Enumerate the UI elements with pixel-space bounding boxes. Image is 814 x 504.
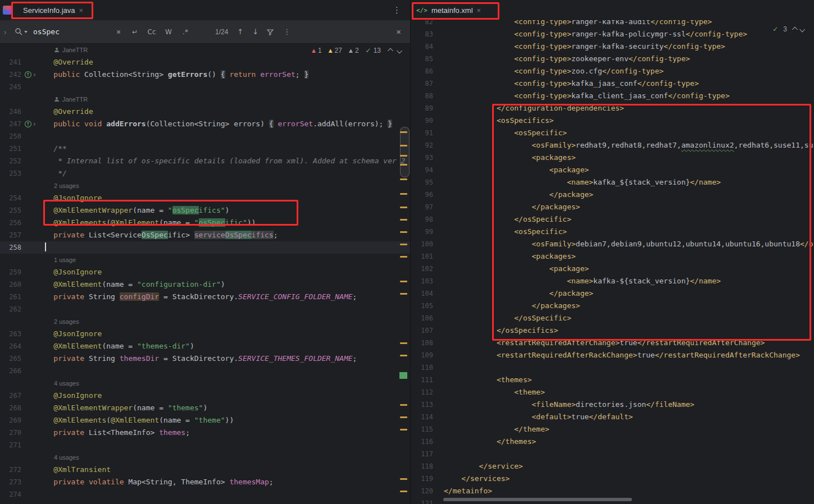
line-number[interactable] <box>0 377 22 390</box>
code-line[interactable]: 107 </osSpecifics> <box>411 324 814 337</box>
search-result-stripe-mark[interactable] <box>400 491 407 492</box>
inlay-hint-row[interactable]: 2 usages <box>0 501 410 504</box>
line-number[interactable]: 102 <box>411 263 434 275</box>
code-line[interactable]: 104 </package> <box>411 287 814 300</box>
line-number[interactable]: 112 <box>411 386 434 398</box>
gutter-icons[interactable]: ↑› <box>22 118 36 130</box>
search-result-stripe-mark[interactable] <box>400 256 407 258</box>
line-number[interactable]: 257 <box>0 229 22 241</box>
code-line[interactable]: 256 @XmlElements(@XmlElement(name = "osS… <box>0 217 410 229</box>
line-number[interactable]: 245 <box>0 81 22 93</box>
newline-toggle[interactable]: ↵ <box>129 28 141 36</box>
regex-toggle[interactable]: .* <box>179 28 192 36</box>
problems-widget-xml[interactable]: ✓ 3 <box>772 25 805 33</box>
line-number[interactable]: 263 <box>0 328 22 340</box>
line-number[interactable]: 92 <box>411 139 434 152</box>
code-line[interactable]: 83 <config-type>ranger-kafka-policymgr-s… <box>411 28 814 40</box>
next-match-button[interactable]: ↓ <box>252 28 258 36</box>
line-number[interactable] <box>0 180 22 192</box>
line-number[interactable] <box>0 93 22 106</box>
search-result-stripe-mark[interactable] <box>400 281 407 282</box>
code-line[interactable]: 102 <package> <box>411 263 814 275</box>
code-line[interactable]: 84 <config-type>ranger-kafka-security</c… <box>411 40 814 53</box>
code-line[interactable]: 100 <osFamily>debian7,debian9,ubuntu12,u… <box>411 238 814 250</box>
ide-logo-icon[interactable] <box>3 6 12 15</box>
gutter-icons[interactable]: ↑› <box>22 68 36 81</box>
next-problem-icon[interactable] <box>799 26 805 32</box>
code-line[interactable]: 111 <themes> <box>411 374 814 386</box>
search-result-stripe-mark[interactable] <box>400 478 407 480</box>
search-result-stripe-mark[interactable] <box>400 145 407 146</box>
inlay-hint-row[interactable]: 1 usage <box>0 254 410 266</box>
line-number[interactable]: 96 <box>411 189 434 201</box>
code-line[interactable]: 252 * Internal list of os-specific detai… <box>0 155 410 167</box>
line-number[interactable]: 110 <box>411 361 434 374</box>
problems-widget[interactable]: ▲1 ▲27 ▲2 ✓13 <box>312 47 402 54</box>
passed-count[interactable]: ✓13 <box>366 47 381 54</box>
code-line[interactable]: 254 @JsonIgnore <box>0 192 410 204</box>
code-line[interactable]: 261 private String configDir = StackDire… <box>0 291 410 303</box>
code-line[interactable]: 242↑› public Collection<String> getError… <box>0 68 410 81</box>
code-line[interactable]: 112 <theme> <box>411 386 814 398</box>
line-number[interactable]: 90 <box>411 114 434 127</box>
line-number[interactable]: 255 <box>0 204 22 217</box>
prev-problem-icon[interactable] <box>792 26 798 32</box>
code-line[interactable]: 264 @XmlElement(name = "themes-dir") <box>0 340 410 352</box>
line-number[interactable]: 108 <box>411 337 434 349</box>
line-number[interactable]: 250 <box>0 130 22 143</box>
kebab-menu-icon[interactable]: ⋮ <box>393 5 401 15</box>
line-number[interactable]: 258 <box>0 241 22 254</box>
code-line[interactable]: 116 </themes> <box>411 436 814 448</box>
code-line[interactable]: 247↑› public void addErrors(Collection<S… <box>0 118 410 130</box>
scrollbar-thumb[interactable] <box>400 127 410 177</box>
whole-words-toggle[interactable]: W <box>162 28 175 36</box>
line-number[interactable]: 88 <box>411 90 434 102</box>
code-line[interactable]: 274 <box>0 488 410 501</box>
code-line[interactable]: 113 <fileName>directories.json</fileName… <box>411 398 814 411</box>
line-number[interactable]: 266 <box>0 365 22 377</box>
search-history-caret-icon[interactable] <box>24 31 28 33</box>
line-number[interactable]: 115 <box>411 423 434 436</box>
tab-metainfo-xml[interactable]: </> metainfo.xml × <box>411 0 486 20</box>
line-number[interactable] <box>0 501 22 504</box>
search-result-stripe-mark[interactable] <box>400 207 407 208</box>
inlay-hint-row[interactable]: 4 usages <box>0 451 410 464</box>
line-number[interactable]: 121 <box>411 497 434 504</box>
line-number[interactable]: 89 <box>411 102 434 114</box>
stripe-mark-green[interactable] <box>399 372 407 379</box>
line-number[interactable]: 107 <box>411 324 434 337</box>
code-line[interactable]: 253 */ <box>0 167 410 180</box>
search-input[interactable]: osSpec <box>33 28 113 36</box>
code-line[interactable]: 118 </service> <box>411 460 814 473</box>
line-number[interactable]: 241 <box>0 56 22 68</box>
inlay-hint[interactable]: 4 usages <box>54 380 79 387</box>
line-number[interactable]: 265 <box>0 352 22 365</box>
search-result-stripe-mark[interactable] <box>400 231 407 233</box>
line-number[interactable]: 256 <box>0 217 22 229</box>
search-result-stripe-mark[interactable] <box>400 355 407 356</box>
errors-count[interactable]: ▲1 <box>312 47 322 54</box>
code-line[interactable]: 97 </packages> <box>411 201 814 213</box>
code-line[interactable]: 94 <package> <box>411 164 814 176</box>
code-line[interactable]: 93 <packages> <box>411 152 814 164</box>
line-number[interactable]: 269 <box>0 414 22 427</box>
inlay-hint-row[interactable]: 2 usages <box>0 180 410 192</box>
close-search-icon[interactable]: × <box>396 27 401 36</box>
search-result-stripe-mark[interactable] <box>400 193 407 195</box>
search-result-stripe-mark[interactable] <box>400 164 407 166</box>
line-number[interactable]: 101 <box>411 250 434 263</box>
inlay-hint-row[interactable]: JaneTTR <box>0 93 410 106</box>
tab-serviceinfo-java[interactable]: ServiceInfo.java × <box>17 0 89 20</box>
code-line[interactable]: 250 <box>0 130 410 143</box>
tab-close-icon[interactable]: × <box>79 6 84 15</box>
code-line[interactable]: 257 private List<ServiceOsSpecific> serv… <box>0 229 410 241</box>
line-number[interactable] <box>0 44 22 56</box>
code-line[interactable]: 98 </osSpecific> <box>411 213 814 226</box>
line-number[interactable]: 113 <box>411 398 434 411</box>
line-number[interactable]: 85 <box>411 53 434 65</box>
prev-match-button[interactable]: ↑ <box>237 28 243 36</box>
search-result-stripe-mark[interactable] <box>400 178 407 180</box>
code-line[interactable]: 266 <box>0 365 410 377</box>
code-line[interactable]: 110 <box>411 361 814 374</box>
inlay-hint[interactable]: 4 usages <box>54 454 79 461</box>
